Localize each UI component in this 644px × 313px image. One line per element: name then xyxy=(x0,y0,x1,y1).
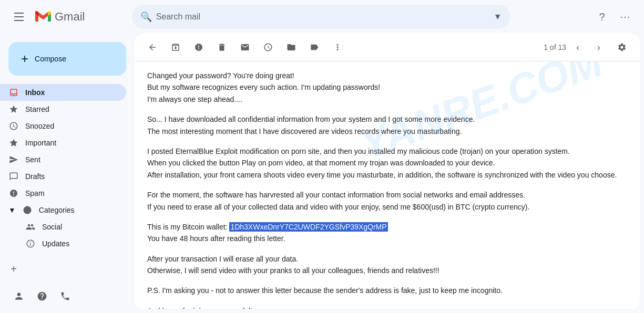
sidebar-item-drafts-label: Drafts xyxy=(25,172,118,181)
topbar-right: ? ⋯ xyxy=(591,6,636,27)
compose-plus-icon: + xyxy=(21,51,28,66)
add-icon: + xyxy=(8,264,19,274)
gmail-logo: Gmail xyxy=(34,7,85,26)
add-label-button[interactable]: + xyxy=(0,260,126,277)
sidebar-item-social[interactable]: Social xyxy=(0,218,126,235)
apps-button[interactable]: ⋯ xyxy=(615,6,636,27)
sidebar-item-inbox[interactable]: Inbox xyxy=(0,84,126,101)
topbar: Gmail 🔍 ▼ ? ⋯ xyxy=(0,0,644,34)
settings-button[interactable] xyxy=(612,38,631,57)
snooze-button[interactable] xyxy=(259,38,278,57)
main-area: + Compose Inbox Starred Snoozed xyxy=(0,34,644,313)
pagination-text: 1 of 13 xyxy=(544,43,566,51)
search-inner: 🔍 ▼ xyxy=(132,5,510,29)
email-line-7: P.S. I'm asking you - not to answer this… xyxy=(147,285,627,296)
sidebar: + Compose Inbox Starred Snoozed xyxy=(0,34,135,313)
next-page-button[interactable]: › xyxy=(589,38,608,57)
sidebar-item-updates[interactable]: Updates xyxy=(0,235,126,252)
sidebar-item-sent-label: Sent xyxy=(25,155,118,164)
previous-page-button[interactable]: ‹ xyxy=(568,38,587,57)
delete-button[interactable] xyxy=(212,38,231,57)
sidebar-item-important-label: Important xyxy=(25,139,118,147)
sidebar-item-updates-label: Updates xyxy=(42,239,69,248)
sidebar-item-spam[interactable]: Spam xyxy=(0,185,126,202)
categories-header[interactable]: ▼ Categories xyxy=(0,202,126,218)
sidebar-item-starred-label: Starred xyxy=(25,105,118,113)
email-line-5: This is my Bitcoin wallet: 1Dh3XWxeDnrY7… xyxy=(147,221,627,245)
email-line-1: Changed your password? You're doing grea… xyxy=(147,70,627,105)
important-icon xyxy=(8,138,19,148)
email-line-3: I posted EternalBlue Exploit modificatio… xyxy=(147,145,627,181)
sidebar-item-starred[interactable]: Starred xyxy=(0,101,126,118)
mark-unread-button[interactable] xyxy=(236,38,254,57)
email-line-2: So... I have downloaded all confidential… xyxy=(147,113,627,137)
search-bar: 🔍 ▼ xyxy=(132,5,510,29)
account-button[interactable] xyxy=(8,286,29,307)
updates-icon xyxy=(25,238,36,249)
sidebar-item-snoozed-label: Snoozed xyxy=(25,122,118,130)
sidebar-item-snoozed[interactable]: Snoozed xyxy=(0,118,126,134)
gmail-text-label: Gmail xyxy=(55,10,85,24)
email-content: 1 of 13 ‹ › YANRE.COM Changed your passw… xyxy=(135,34,640,309)
sidebar-item-spam-label: Spam xyxy=(25,189,118,197)
sidebar-item-social-label: Social xyxy=(42,223,62,231)
menu-button[interactable] xyxy=(8,6,29,27)
pagination: 1 of 13 ‹ › xyxy=(544,38,608,57)
send-icon xyxy=(8,154,19,165)
sidebar-item-important[interactable]: Important xyxy=(0,134,126,151)
drafts-icon xyxy=(8,171,19,182)
email-body: YANRE.COM Changed your password? You're … xyxy=(135,61,640,309)
star-icon xyxy=(8,104,19,114)
bitcoin-address: 1Dh3XWxeDnrY7C2UWDF2YGSfvP39XgQrMP xyxy=(229,222,387,232)
move-to-button[interactable] xyxy=(282,38,301,57)
gmail-icon xyxy=(34,7,53,26)
sidebar-item-drafts[interactable]: Drafts xyxy=(0,168,126,185)
spam-icon xyxy=(8,188,19,199)
compose-label: Compose xyxy=(35,55,66,63)
social-icon xyxy=(25,222,36,232)
sidebar-item-sent[interactable]: Sent xyxy=(0,151,126,168)
email-toolbar: 1 of 13 ‹ › xyxy=(135,34,640,61)
email-line-6: After your transaction I will erase all … xyxy=(147,253,627,277)
svg-point-0 xyxy=(23,206,31,214)
search-icon: 🔍 xyxy=(140,11,152,23)
sidebar-item-inbox-label: Inbox xyxy=(25,88,118,97)
label-button[interactable] xyxy=(305,38,324,57)
categories-label: Categories xyxy=(39,206,75,214)
search-input[interactable] xyxy=(156,12,489,22)
categories-circle-icon xyxy=(22,205,33,215)
hamburger-icon xyxy=(14,13,24,21)
categories-chevron-icon: ▼ xyxy=(8,206,16,214)
support-button[interactable] xyxy=(32,286,53,307)
help-button[interactable]: ? xyxy=(591,6,612,27)
clock-icon xyxy=(8,121,19,131)
archive-button[interactable] xyxy=(166,38,185,57)
sidebar-footer xyxy=(0,281,135,311)
compose-button[interactable]: + Compose xyxy=(8,42,126,76)
inbox-icon xyxy=(8,87,19,98)
report-spam-button[interactable] xyxy=(189,38,208,57)
email-line-4: For the moment, the software has harvres… xyxy=(147,189,627,213)
email-line-8: And henceforth be more careful! Please v… xyxy=(147,305,627,309)
more-button[interactable] xyxy=(328,38,347,57)
back-button[interactable] xyxy=(143,38,162,57)
search-dropdown-icon[interactable]: ▼ xyxy=(494,12,502,22)
phone-button[interactable] xyxy=(55,286,76,307)
